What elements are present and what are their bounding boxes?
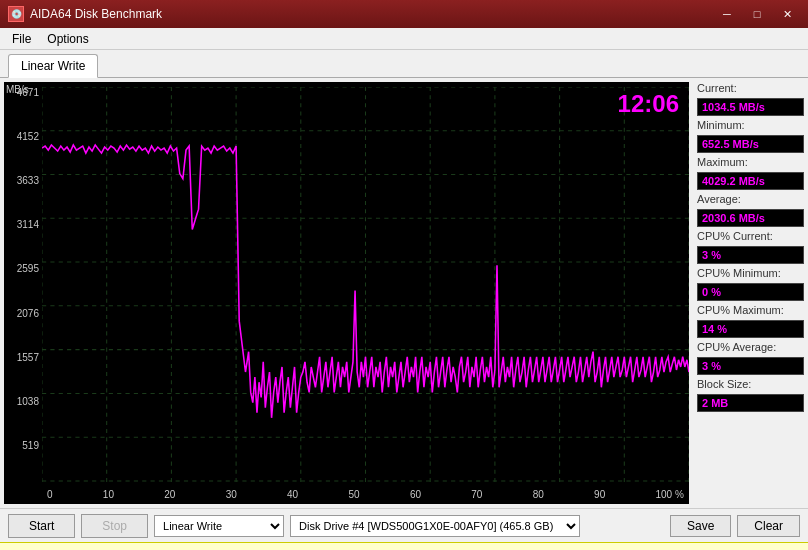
y-label-3633: 3633 — [17, 175, 39, 186]
stat-maximum-value: 4029.2 MB/s — [697, 172, 804, 190]
window-title: AIDA64 Disk Benchmark — [30, 7, 162, 21]
y-label-2076: 2076 — [17, 308, 39, 319]
stat-cpu-current-label: CPU% Current: — [697, 230, 804, 242]
action-buttons: Save Clear — [670, 515, 800, 537]
y-label-4671: 4671 — [17, 87, 39, 98]
stat-cpu-average-label: CPU% Average: — [697, 341, 804, 353]
x-label-60: 60 — [410, 489, 421, 500]
y-axis: 4671 4152 3633 3114 2595 2076 1557 1038 … — [4, 82, 42, 484]
x-label-0: 0 — [47, 489, 53, 500]
y-label-1557: 1557 — [17, 352, 39, 363]
x-label-100: 100 % — [656, 489, 684, 500]
stat-cpu-average-value: 3 % — [697, 357, 804, 375]
warning-bar: ⚠ Write tests will DESTROY ALL DATA on t… — [0, 542, 808, 550]
menu-file[interactable]: File — [4, 30, 39, 48]
y-label-2595: 2595 — [17, 263, 39, 274]
x-label-20: 20 — [164, 489, 175, 500]
y-label-4152: 4152 — [17, 131, 39, 142]
y-label-1038: 1038 — [17, 396, 39, 407]
clear-button[interactable]: Clear — [737, 515, 800, 537]
time-display: 12:06 — [618, 90, 679, 118]
x-label-10: 10 — [103, 489, 114, 500]
maximize-button[interactable]: □ — [744, 5, 770, 23]
menu-bar: File Options — [0, 28, 808, 50]
chart-area: MB/s 4671 4152 3633 3114 2595 2076 1557 … — [4, 82, 689, 504]
start-stop-buttons: Start Stop — [8, 514, 148, 538]
stat-cpu-maximum-label: CPU% Maximum: — [697, 304, 804, 316]
save-button[interactable]: Save — [670, 515, 731, 537]
stat-average-label: Average: — [697, 193, 804, 205]
x-label-90: 90 — [594, 489, 605, 500]
tab-bar: Linear Write — [0, 50, 808, 78]
title-bar: 💿 AIDA64 Disk Benchmark ─ □ ✕ — [0, 0, 808, 28]
stat-cpu-current-value: 3 % — [697, 246, 804, 264]
app-icon: 💿 — [8, 6, 24, 22]
close-button[interactable]: ✕ — [774, 5, 800, 23]
disk-dropdown[interactable]: Disk Drive #4 [WDS500G1X0E-00AFY0] (465.… — [290, 515, 580, 537]
stat-cpu-minimum-label: CPU% Minimum: — [697, 267, 804, 279]
stat-cpu-maximum-value: 14 % — [697, 320, 804, 338]
stat-maximum-label: Maximum: — [697, 156, 804, 168]
stat-cpu-minimum-value: 0 % — [697, 283, 804, 301]
x-label-40: 40 — [287, 489, 298, 500]
chart-svg — [42, 87, 689, 484]
stat-current-label: Current: — [697, 82, 804, 94]
x-axis: 0 10 20 30 40 50 60 70 80 90 100 % — [42, 484, 689, 504]
x-label-50: 50 — [348, 489, 359, 500]
x-label-70: 70 — [471, 489, 482, 500]
test-type-dropdown[interactable]: Linear Write Linear Read — [154, 515, 284, 537]
stat-blocksize-value: 2 MB — [697, 394, 804, 412]
minimize-button[interactable]: ─ — [714, 5, 740, 23]
stat-minimum-label: Minimum: — [697, 119, 804, 131]
stat-average-value: 2030.6 MB/s — [697, 209, 804, 227]
stat-minimum-value: 652.5 MB/s — [697, 135, 804, 153]
stop-button[interactable]: Stop — [81, 514, 148, 538]
stat-blocksize-label: Block Size: — [697, 378, 804, 390]
window-controls: ─ □ ✕ — [714, 5, 800, 23]
main-content: MB/s 4671 4152 3633 3114 2595 2076 1557 … — [0, 78, 808, 508]
start-button[interactable]: Start — [8, 514, 75, 538]
x-label-30: 30 — [226, 489, 237, 500]
x-label-80: 80 — [533, 489, 544, 500]
right-panel: Current: 1034.5 MB/s Minimum: 652.5 MB/s… — [693, 78, 808, 508]
menu-options[interactable]: Options — [39, 30, 96, 48]
stat-current-value: 1034.5 MB/s — [697, 98, 804, 116]
tab-linear-write[interactable]: Linear Write — [8, 54, 98, 78]
y-label-3114: 3114 — [17, 219, 39, 230]
y-label-519: 519 — [22, 440, 39, 451]
bottom-controls: Start Stop Linear Write Linear Read Disk… — [0, 508, 808, 542]
